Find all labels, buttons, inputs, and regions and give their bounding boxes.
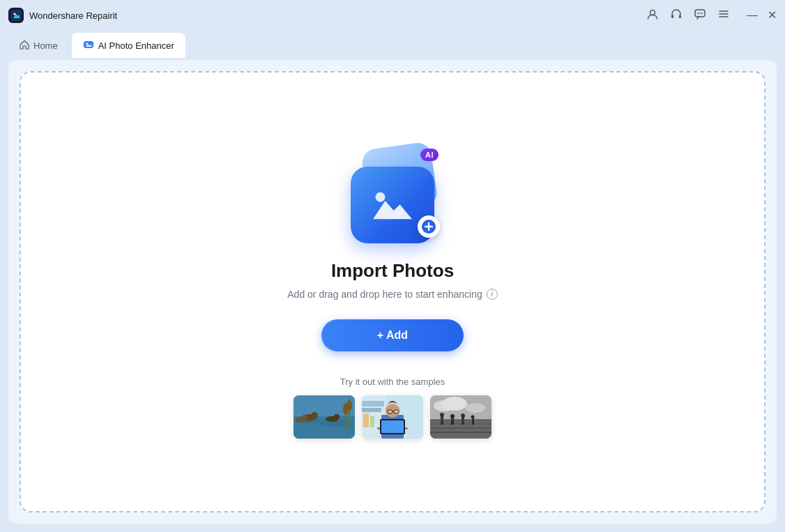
enhance-icon-wrapper: AI [344, 146, 441, 243]
svg-point-8 [699, 13, 701, 14]
svg-point-54 [440, 413, 444, 417]
sample-person[interactable] [362, 395, 423, 439]
drop-zone[interactable]: AI Import Photos Add or drag and drop he… [20, 71, 765, 512]
samples-section: Try it out with the samples [294, 377, 491, 439]
svg-rect-44 [381, 420, 404, 433]
sample-field-bw[interactable] [430, 395, 491, 439]
svg-rect-4 [671, 15, 673, 18]
ai-photo-tab-label: AI Photo Enhancer [98, 40, 174, 51]
svg-rect-55 [451, 418, 454, 425]
svg-point-15 [376, 192, 386, 202]
svg-point-2 [14, 13, 16, 15]
svg-point-14 [86, 43, 87, 44]
ai-photo-tab-icon [83, 39, 94, 52]
svg-rect-57 [462, 417, 464, 425]
app-title: Wondershare Repairit [29, 10, 117, 21]
svg-rect-5 [679, 15, 681, 18]
svg-rect-51 [430, 427, 491, 429]
svg-point-30 [346, 400, 352, 411]
svg-point-48 [466, 403, 485, 413]
svg-rect-35 [363, 413, 369, 427]
svg-rect-33 [362, 401, 384, 406]
home-tab-icon [20, 40, 29, 52]
window-controls: — ✕ [747, 10, 777, 21]
import-subtitle: Add or drag and drop here to start enhan… [287, 289, 497, 300]
minimize-button[interactable]: — [747, 10, 758, 21]
title-bar: Wondershare Repairit [0, 0, 785, 31]
svg-point-9 [701, 13, 703, 14]
info-icon[interactable]: i [487, 289, 498, 300]
svg-rect-59 [472, 418, 474, 425]
user-icon[interactable] [646, 8, 659, 23]
plus-badge [418, 215, 440, 238]
svg-point-7 [697, 13, 699, 14]
svg-point-47 [442, 397, 467, 411]
svg-point-56 [450, 414, 455, 418]
title-bar-left: Wondershare Repairit [8, 8, 117, 23]
svg-rect-50 [430, 423, 491, 425]
headphone-icon[interactable] [670, 8, 683, 23]
title-bar-right: — ✕ [646, 8, 777, 23]
home-tab-label: Home [33, 40, 58, 51]
svg-point-24 [302, 415, 307, 420]
import-title: Import Photos [331, 260, 454, 282]
samples-row [294, 395, 491, 439]
svg-point-22 [311, 412, 318, 419]
tab-bar: Home AI Photo Enhancer [0, 31, 785, 60]
svg-point-3 [650, 10, 655, 15]
svg-point-26 [334, 414, 340, 420]
samples-label: Try it out with the samples [340, 377, 445, 387]
add-button[interactable]: + Add [321, 319, 464, 351]
app-logo-icon [8, 8, 24, 23]
svg-rect-53 [441, 416, 443, 425]
svg-rect-40 [394, 410, 399, 413]
svg-rect-34 [362, 408, 381, 412]
svg-rect-36 [370, 416, 374, 427]
svg-rect-49 [430, 420, 491, 439]
menu-icon[interactable] [717, 8, 730, 23]
sample-ducks[interactable] [294, 395, 355, 439]
close-button[interactable]: ✕ [768, 10, 777, 21]
svg-rect-52 [430, 432, 491, 433]
tab-ai-photo-enhancer[interactable]: AI Photo Enhancer [72, 33, 185, 58]
main-content: AI Import Photos Add or drag and drop he… [8, 60, 777, 524]
svg-rect-39 [388, 410, 392, 413]
svg-point-60 [471, 415, 475, 418]
chat-icon[interactable] [694, 8, 706, 23]
ai-badge: AI [420, 149, 439, 161]
tab-home[interactable]: Home [8, 33, 69, 58]
svg-point-58 [461, 413, 465, 418]
